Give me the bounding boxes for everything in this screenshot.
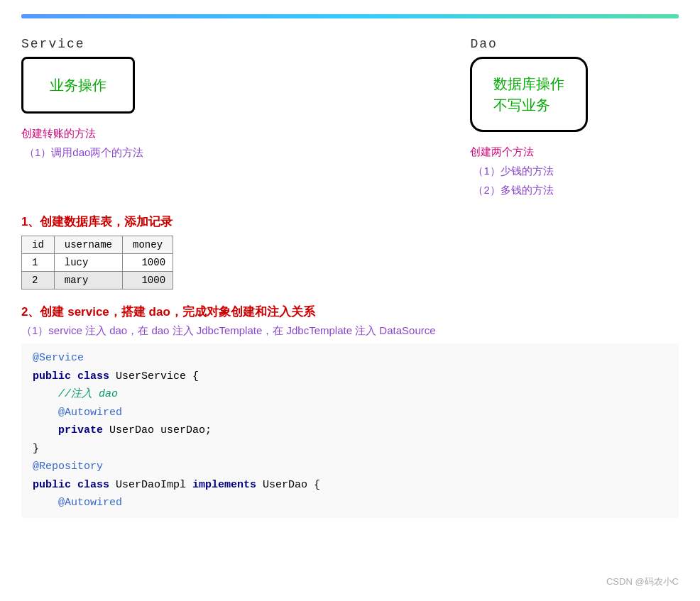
step2-header: 2、创建 service，搭建 dao，完成对象创建和注入关系 bbox=[21, 304, 679, 320]
watermark: CSDN @码农小C bbox=[606, 575, 679, 588]
code-block: @Service public class UserService { //注入… bbox=[21, 343, 679, 518]
service-box-text: 业务操作 bbox=[50, 75, 106, 96]
dao-box-text: 数据库操作 不写业务 bbox=[493, 73, 564, 116]
code-line-8: public class UserDaoImpl implements User… bbox=[33, 476, 667, 495]
col-username: username bbox=[54, 236, 122, 254]
step2-section: 2、创建 service，搭建 dao，完成对象创建和注入关系 （1）servi… bbox=[21, 304, 679, 518]
service-diagram: Service 业务操作 创建转账的方法 （1）调用dao两个的方法 bbox=[21, 37, 143, 199]
step2-desc: （1）service 注入 dao，在 dao 注入 JdbcTemplate，… bbox=[21, 324, 679, 338]
page-container: Service 业务操作 创建转账的方法 （1）调用dao两个的方法 Dao 数… bbox=[0, 0, 700, 601]
code-line-5: private UserDao userDao; bbox=[33, 421, 667, 440]
database-table: id username money 1 lucy 1000 2 mary 100… bbox=[21, 236, 173, 290]
step1-header: 1、创建数据库表，添加记录 bbox=[21, 214, 679, 230]
code-line-9: @Autowired bbox=[33, 494, 667, 512]
dao-annotation-sub1: （1）少钱的方法 bbox=[473, 161, 553, 180]
code-line-3: //注入 dao bbox=[33, 385, 667, 404]
col-money: money bbox=[123, 236, 173, 254]
row1-username: lucy bbox=[54, 254, 122, 272]
row2-id: 2 bbox=[22, 272, 55, 290]
top-bar bbox=[21, 14, 679, 18]
table-row: 1 lucy 1000 bbox=[22, 254, 173, 272]
step1-section: 1、创建数据库表，添加记录 id username money 1 lucy 1… bbox=[21, 214, 679, 290]
dao-annotation-main: 创建两个方法 bbox=[470, 142, 534, 161]
row1-money: 1000 bbox=[123, 254, 173, 272]
service-box: 业务操作 bbox=[21, 57, 135, 114]
dao-annotation-sub2: （2）多钱的方法 bbox=[473, 180, 553, 199]
code-line-7: @Repository bbox=[33, 458, 667, 476]
row2-username: mary bbox=[54, 272, 122, 290]
service-annotation-main: 创建转账的方法 bbox=[21, 123, 96, 143]
diagram-section: Service 业务操作 创建转账的方法 （1）调用dao两个的方法 Dao 数… bbox=[21, 30, 679, 199]
dao-diagram: Dao 数据库操作 不写业务 创建两个方法 （1）少钱的方法 （2）多钱的方法 bbox=[470, 37, 588, 199]
row2-money: 1000 bbox=[123, 272, 173, 290]
dao-label: Dao bbox=[470, 37, 497, 51]
service-annotation-sub: （1）调用dao两个的方法 bbox=[24, 143, 143, 162]
col-id: id bbox=[22, 236, 55, 254]
dao-box: 数据库操作 不写业务 bbox=[470, 57, 588, 132]
service-label: Service bbox=[21, 37, 85, 51]
code-line-6: } bbox=[33, 440, 667, 458]
code-line-1: @Service bbox=[33, 349, 667, 368]
code-line-2: public class UserService { bbox=[33, 368, 667, 386]
code-line-4: @Autowired bbox=[33, 404, 667, 422]
row1-id: 1 bbox=[22, 254, 55, 272]
table-row: 2 mary 1000 bbox=[22, 272, 173, 290]
